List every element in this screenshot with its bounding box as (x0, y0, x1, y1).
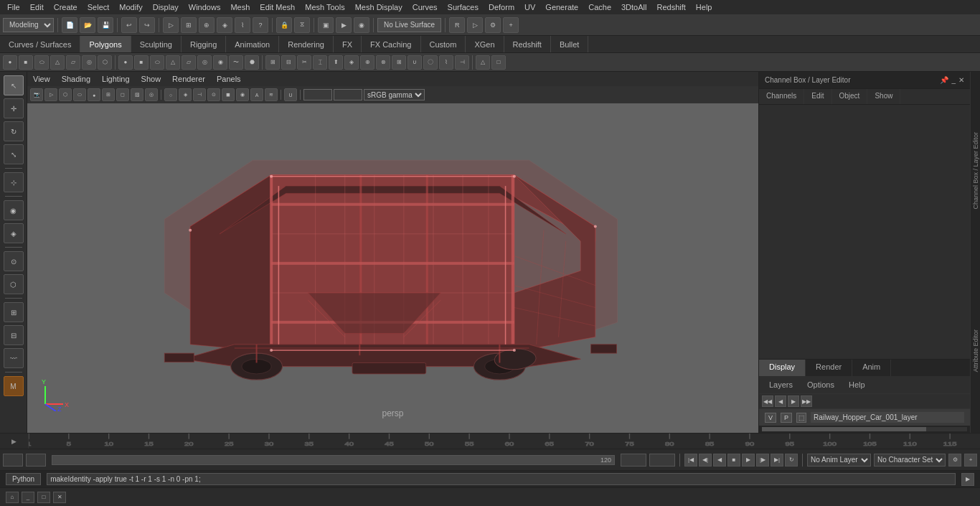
menu-edit[interactable]: Edit (26, 1, 48, 13)
vp-menu-shading[interactable]: Shading (56, 72, 96, 86)
vp-uv-btn[interactable]: U (284, 88, 297, 101)
cb-tab-show[interactable]: Show (867, 89, 900, 104)
shelf-poly-helix[interactable]: 〜 (229, 55, 243, 70)
layer-forward-btn[interactable]: ▶ (788, 395, 799, 407)
play-back-btn[interactable]: ◀ (713, 454, 726, 467)
menu-windows[interactable]: Windows (184, 1, 225, 13)
paint-select[interactable]: ⬡ (4, 274, 24, 294)
window-restore-btn[interactable]: □ (37, 492, 50, 503)
vp-shadow-btn[interactable]: ◼ (222, 88, 235, 101)
layer-prev-btn[interactable]: ◀◀ (762, 395, 773, 407)
menu-help[interactable]: Help (692, 1, 717, 13)
layers-tab-help[interactable]: Help (844, 379, 870, 390)
shelf-poly-special[interactable]: ⬣ (245, 55, 259, 70)
cb-tab-object[interactable]: Object (832, 89, 868, 104)
shelf-insert-loop[interactable]: ⊞ (265, 55, 280, 70)
vp-film-btn[interactable]: ▷ (44, 88, 57, 101)
tab-polygons[interactable]: Polygons (80, 36, 131, 52)
move-tool[interactable]: ✛ (4, 98, 24, 118)
shelf-poly-pipe[interactable]: ◉ (213, 55, 227, 70)
snap-curve-btn[interactable]: ⌇ (235, 17, 250, 33)
menu-uv[interactable]: UV (520, 1, 540, 13)
shelf-poly-cone[interactable]: △ (166, 55, 180, 70)
command-exec-btn[interactable]: ▶ (961, 473, 974, 486)
shelf-offset-loop[interactable]: ⊟ (281, 55, 296, 70)
vp-scene-btn[interactable]: ⬡ (59, 88, 72, 101)
cb-tab-edit[interactable]: Edit (804, 89, 831, 104)
layers-scroll-thumb[interactable] (762, 427, 926, 431)
shelf-plane-btn[interactable]: ▱ (66, 55, 80, 70)
tab-animation[interactable]: Animation (226, 36, 279, 52)
playback-range-slider[interactable]: 120 (52, 455, 615, 465)
vp-wire-btn[interactable]: ◻ (116, 88, 129, 101)
tab-xgen[interactable]: XGen (466, 36, 504, 52)
cb-pin-btn[interactable]: 📌 (940, 76, 948, 84)
shelf-poly-torus[interactable]: ◎ (197, 55, 212, 70)
snap-toggle-btn[interactable]: ? (253, 17, 268, 33)
stop-btn[interactable]: ■ (727, 454, 740, 467)
vp-menu-show[interactable]: Show (136, 72, 167, 86)
snap-together[interactable]: ⊞ (4, 302, 24, 322)
cb-tab-channels[interactable]: Channels (759, 89, 804, 104)
menu-edit-mesh[interactable]: Edit Mesh (255, 1, 299, 13)
menu-redshift[interactable]: Redshift (652, 1, 689, 13)
audio-end-input[interactable]: 120 (621, 454, 646, 467)
tab-bullet[interactable]: Bullet (551, 36, 589, 52)
history-btn[interactable]: ⧖ (294, 17, 310, 33)
menu-mesh[interactable]: Mesh (226, 1, 254, 13)
play-forward-btn[interactable]: ▶ (742, 454, 755, 467)
layer-edit-btn[interactable]: ⬚ (796, 413, 806, 423)
menu-create[interactable]: Create (50, 1, 82, 13)
vp-camera-btn[interactable]: 📷 (30, 88, 43, 101)
vp-ao-btn[interactable]: ◉ (236, 88, 249, 101)
layer-back-btn[interactable]: ◀ (775, 395, 786, 407)
shelf-poly-cylinder[interactable]: ⬭ (150, 55, 164, 70)
sculpt-tool[interactable]: 〰 (4, 348, 24, 368)
shelf-smooth[interactable]: 〇 (423, 55, 438, 70)
tab-fx-caching[interactable]: FX Caching (362, 36, 420, 52)
color-space-select[interactable]: sRGB gamma (364, 89, 425, 100)
shelf-crease[interactable]: ⌇ (439, 55, 453, 70)
go-to-end-btn[interactable]: ▶| (771, 454, 783, 467)
maya-logo[interactable]: M (4, 376, 24, 396)
menu-cache[interactable]: Cache (584, 1, 616, 13)
character-set-select[interactable]: No Character Set (874, 454, 946, 467)
new-file-btn[interactable]: 📄 (62, 17, 77, 33)
current-frame-input[interactable]: 1 (26, 454, 46, 467)
tab-rendering[interactable]: Rendering (279, 36, 334, 52)
redo-btn[interactable]: ↪ (139, 17, 155, 33)
menu-surfaces[interactable]: Surfaces (443, 1, 483, 13)
vp-menu-panels[interactable]: Panels (211, 72, 247, 86)
universal-manip[interactable]: ⊹ (4, 172, 24, 192)
attribute-editor-side-tab[interactable]: Attribute Editor (971, 325, 981, 377)
go-to-start-btn[interactable]: |◀ (684, 454, 697, 467)
tab-curves-surfaces[interactable]: Curves / Surfaces (0, 36, 80, 52)
select-tool[interactable]: ↖ (4, 75, 24, 95)
tab-custom[interactable]: Custom (421, 36, 466, 52)
total-end-input[interactable]: 200 (649, 454, 675, 467)
char-set-extra-btn[interactable]: + (964, 454, 977, 467)
vp-motion-blur-btn[interactable]: ≋ (265, 88, 278, 101)
channel-box-side-tab[interactable]: Channel Box / Layer Editor (971, 128, 981, 214)
vp-grid-btn[interactable]: ⊞ (102, 88, 115, 101)
vp-smooth-btn[interactable]: ◎ (145, 88, 158, 101)
rs-ipr-btn[interactable]: ▷ (467, 17, 483, 33)
shelf-poly-plane[interactable]: ▱ (182, 55, 196, 70)
align-tool[interactable]: ⊟ (4, 325, 24, 345)
menu-generate[interactable]: Generate (541, 1, 583, 13)
lasso-select[interactable]: ⊙ (4, 251, 24, 271)
char-set-options-btn[interactable]: ⚙ (948, 454, 961, 467)
window-home-btn[interactable]: ⌂ (6, 492, 19, 503)
vp-menu-lighting[interactable]: Lighting (96, 72, 136, 86)
shelf-poly-sphere[interactable]: ● (118, 55, 133, 70)
layers-scrollbar[interactable] (759, 426, 970, 433)
tab-redshift[interactable]: Redshift (504, 36, 551, 52)
vp-aa-btn[interactable]: A (250, 88, 263, 101)
python-mode-btn[interactable]: Python (6, 473, 41, 485)
vp-iso-btn[interactable]: ◈ (179, 88, 192, 101)
rotate-tool[interactable]: ↻ (4, 121, 24, 141)
rs-render-btn[interactable]: R (449, 17, 465, 33)
step-back-btn[interactable]: ◀| (699, 454, 712, 467)
shelf-poly-cube[interactable]: ■ (134, 55, 149, 70)
shelf-boolean[interactable]: ∪ (407, 55, 422, 70)
